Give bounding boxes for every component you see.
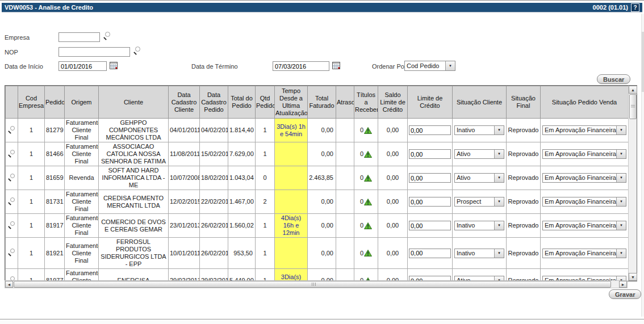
warning-triangle-icon[interactable] <box>364 222 372 229</box>
cell-cliente: GEHPPO COMPONENTES MECÂNICOS LTDA <box>99 119 169 142</box>
grid-horizontal-scrollbar[interactable]: ◄ ► <box>5 280 628 288</box>
titulos-value: 0 <box>360 198 363 205</box>
situacao-cliente-select[interactable]: Ativo ▼ <box>454 149 504 159</box>
scroll-left-icon[interactable]: ◄ <box>5 281 13 288</box>
warning-triangle-icon[interactable] <box>364 199 372 205</box>
row-lookup-icon[interactable] <box>8 174 15 181</box>
data-termino-input[interactable] <box>273 61 329 71</box>
row-lookup-icon[interactable] <box>8 221 15 229</box>
scroll-down-icon[interactable]: ▼ <box>629 273 637 281</box>
column-header-7: Total do Pedido <box>228 86 256 119</box>
gravar-button[interactable]: Gravar <box>609 289 641 299</box>
cell-situacao-cliente: Ativo ▼ <box>453 166 507 190</box>
empresa-lookup-icon[interactable] <box>103 31 111 40</box>
cell-data-cadastro-cliente: 04/01/2011 <box>169 119 200 142</box>
nop-lookup-icon[interactable] <box>133 46 141 54</box>
vertical-scrollbar-thumb[interactable] <box>629 94 637 119</box>
table-row: 1 81659 Revenda SOFT AND HARD INFORMATIC… <box>6 166 629 190</box>
cell-cliente: COMERCIO DE OVOS E CEREAIS GEMAR <box>99 214 169 238</box>
cell-cod-empresa: 1 <box>18 119 45 142</box>
row-lookup-cell[interactable] <box>6 238 18 269</box>
grid-vertical-scrollbar[interactable]: ▲ ▼ <box>628 86 637 281</box>
row-lookup-icon[interactable] <box>8 126 15 133</box>
row-lookup-icon[interactable] <box>8 150 15 157</box>
cell-tempo-atualizacao <box>275 190 308 214</box>
page-scrollbar-thumb[interactable] <box>642 32 644 92</box>
row-lookup-cell[interactable] <box>6 214 18 238</box>
warning-triangle-icon[interactable] <box>364 151 372 158</box>
situacao-pedido-venda-select[interactable]: Em Aprovação Financeira ▼ <box>542 249 626 258</box>
cell-total-faturado: 0,00 <box>308 269 336 281</box>
warning-triangle-icon[interactable] <box>364 175 372 182</box>
page-scrollbar[interactable] <box>641 14 644 317</box>
cell-atraso <box>336 190 354 214</box>
row-lookup-cell[interactable] <box>6 166 18 190</box>
ordenar-por-value: Cod Pedido <box>405 61 445 70</box>
cell-origem: Faturamento Cliente Final <box>65 238 99 269</box>
cell-total-faturado: 0,00 <box>308 214 336 238</box>
cell-situacao-pedido-venda: Em Aprovação Financeira ▼ <box>541 214 629 238</box>
situacao-pedido-venda-select[interactable]: Em Aprovação Financeira ▼ <box>542 197 626 207</box>
limite-credito-input[interactable] <box>409 125 451 135</box>
nop-input[interactable] <box>58 47 130 57</box>
data-termino-calendar-icon[interactable] <box>332 62 340 69</box>
situacao-cliente-select[interactable]: Inativo ▼ <box>454 125 504 135</box>
situacao-pedido-venda-select[interactable]: Em Aprovação Financeira ▼ <box>542 149 626 159</box>
situacao-pedido-venda-value: Em Aprovação Financeira <box>543 150 616 158</box>
row-lookup-icon[interactable] <box>8 249 15 256</box>
cell-limite-credito <box>408 190 453 214</box>
column-header-1: Cod Empresa <box>18 86 45 119</box>
data-inicio-input[interactable] <box>58 61 107 71</box>
situacao-cliente-select[interactable]: Inativo ▼ <box>454 249 504 258</box>
scroll-up-icon[interactable]: ▲ <box>629 86 637 94</box>
row-lookup-cell[interactable] <box>6 269 18 281</box>
table-row: 1 81921 Faturamento Cliente Final FERROS… <box>6 238 629 269</box>
cell-titulos-receber: 0 <box>354 238 378 269</box>
situacao-cliente-select[interactable]: Prospect ▼ <box>454 197 504 207</box>
cell-situacao-pedido-venda: Em Aprovação Financeira ▼ <box>541 119 629 142</box>
cell-qtd-pedidos: 1 <box>256 238 275 269</box>
help-icon[interactable]: ? <box>631 3 639 12</box>
chevron-down-icon: ▼ <box>494 249 504 258</box>
situacao-pedido-venda-value: Em Aprovação Financeira <box>543 174 616 182</box>
limite-credito-input[interactable] <box>409 149 451 159</box>
cell-data-cadastro-cliente: 23/01/2013 <box>169 214 200 238</box>
titulos-value: 0 <box>360 150 363 158</box>
limite-credito-input[interactable] <box>409 197 451 207</box>
limite-credito-input[interactable] <box>409 249 451 258</box>
cell-situacao-cliente: Inativo ▼ <box>453 238 507 269</box>
warning-triangle-icon[interactable] <box>364 250 372 256</box>
table-row: 1 81731 Faturamento Cliente Final CREDIS… <box>6 190 629 214</box>
column-header-6: Data Cadastro Pedido <box>200 86 228 119</box>
column-header-14: Limite de Crédito <box>408 86 453 119</box>
situacao-cliente-select[interactable]: Inativo ▼ <box>454 221 504 230</box>
cell-saldo-limite: 0,00 <box>378 142 408 166</box>
cell-situacao-pedido-venda: Em Aprovação Financeira ▼ <box>541 269 629 281</box>
warning-triangle-icon[interactable] <box>364 127 372 134</box>
row-lookup-cell[interactable] <box>6 190 18 214</box>
horizontal-scrollbar-thumb[interactable] <box>14 281 611 288</box>
data-inicio-calendar-icon[interactable] <box>110 62 118 69</box>
limite-credito-input[interactable] <box>409 173 451 183</box>
cell-situacao-final: Reprovado <box>507 119 541 142</box>
row-lookup-cell[interactable] <box>6 119 18 142</box>
ordenar-por-select[interactable]: Cod Pedido ▼ <box>404 61 455 71</box>
empresa-input[interactable] <box>58 32 100 42</box>
cell-total-pedido: 953,50 <box>228 238 256 269</box>
program-version: 0002 (01.01) <box>593 4 628 11</box>
cell-data-cadastro-cliente: 10/07/2008 <box>169 166 200 190</box>
scroll-right-icon[interactable]: ► <box>619 281 627 288</box>
grid-body: 1 81279 Faturamento Cliente Final GEHPPO… <box>6 119 629 281</box>
cell-total-pedido: 1.043,04 <box>228 166 256 190</box>
situacao-cliente-select[interactable]: Ativo ▼ <box>454 173 504 183</box>
row-lookup-icon[interactable] <box>8 197 15 205</box>
row-lookup-cell[interactable] <box>6 142 18 166</box>
buscar-button[interactable]: Buscar <box>597 74 630 84</box>
cell-origem: Faturamento Cliente Final <box>65 142 99 166</box>
situacao-pedido-venda-select[interactable]: Em Aprovação Financeira ▼ <box>542 173 626 183</box>
limite-credito-input[interactable] <box>409 221 451 230</box>
cell-tempo-atualizacao: 3Dia(s) 21h <box>275 269 308 281</box>
cell-data-cadastro-pedido: 22/02/2016 <box>200 190 228 214</box>
situacao-pedido-venda-select[interactable]: Em Aprovação Financeira ▼ <box>542 221 626 230</box>
situacao-pedido-venda-select[interactable]: Em Aprovação Financeira ▼ <box>542 125 626 135</box>
